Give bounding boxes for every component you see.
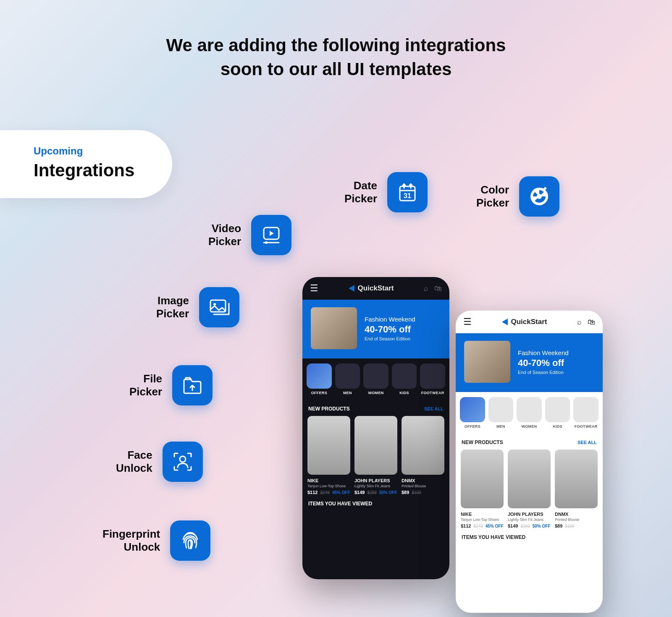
product-card[interactable]: NIKETanjun Low-Top Shoes$112$24945% OFF <box>307 416 350 495</box>
discount: 50% OFF <box>379 490 397 495</box>
product-card[interactable]: NIKETanjun Low-Top Shoes$112$24945% OFF <box>461 450 504 528</box>
category-image <box>392 363 417 389</box>
product-name: Tanjun Low-Top Shoes <box>461 518 504 522</box>
category-label: WOMEN <box>517 424 542 429</box>
svg-point-8 <box>180 456 186 462</box>
svg-text:31: 31 <box>404 192 411 199</box>
product-name: Printed Blouse <box>402 484 444 488</box>
price: $112 <box>461 523 471 528</box>
bag-icon[interactable]: 🛍 <box>588 318 595 327</box>
category-image <box>573 397 598 422</box>
category-item[interactable]: FOOTWEAR <box>573 397 598 429</box>
phone-top-bar: ☰ QuickStart ⌕🛍 <box>302 277 449 300</box>
file-picker-icon <box>172 365 213 405</box>
category-item[interactable]: FOOTWEAR <box>420 363 445 395</box>
phone-preview-dark: ☰ QuickStart ⌕🛍 Fashion Weekend 40-70% o… <box>302 277 449 579</box>
search-icon[interactable]: ⌕ <box>424 284 428 293</box>
category-item[interactable]: OFFERS <box>307 363 332 395</box>
hero-image <box>311 307 357 349</box>
feature-fingerprint-unlock: Fingerprint Unlock <box>102 520 210 561</box>
hero-banner[interactable]: Fashion Weekend 40-70% off End of Season… <box>302 300 449 358</box>
category-image <box>460 397 485 422</box>
category-item[interactable]: KIDS <box>392 363 417 395</box>
upcoming-label: Upcoming <box>34 145 134 157</box>
category-item[interactable]: KIDS <box>545 397 570 429</box>
category-image <box>363 363 388 389</box>
category-item[interactable]: WOMEN <box>517 397 542 429</box>
product-card[interactable]: JOHN PLAYERSLightly Slim Fit Jeans$149$2… <box>354 416 397 495</box>
product-brand: NIKE <box>307 478 350 483</box>
see-all-link[interactable]: SEE ALL <box>578 440 597 445</box>
feature-label: Date Picker <box>344 179 377 205</box>
section-title: ITEMS YOU HAVE VIEWED <box>462 534 525 540</box>
old-price: $299 <box>367 490 376 495</box>
search-icon[interactable]: ⌕ <box>577 318 582 327</box>
product-image <box>354 416 397 475</box>
old-price: $100 <box>412 490 421 495</box>
price: $89 <box>555 523 562 528</box>
date-picker-icon: 31 <box>387 172 428 212</box>
integrations-pill: Upcoming Integrations <box>0 130 172 198</box>
category-item[interactable]: OFFERS <box>460 397 485 429</box>
category-label: KIDS <box>545 424 570 429</box>
bag-icon[interactable]: 🛍 <box>434 284 442 293</box>
product-image <box>461 450 504 508</box>
page-headline: We are adding the following integrations… <box>0 0 672 81</box>
products-row: NIKETanjun Low-Top Shoes$112$24945% OFF … <box>302 416 449 495</box>
product-name: Lightly Slim Fit Jeans <box>354 484 397 488</box>
image-picker-icon <box>199 287 239 327</box>
product-brand: NIKE <box>461 512 504 517</box>
category-image <box>488 397 514 422</box>
product-card[interactable]: JOHN PLAYERSLightly Slim Fit Jeans$149$2… <box>508 450 551 528</box>
product-pricing: $89$100 <box>402 490 444 495</box>
brand-logo-icon <box>502 319 508 325</box>
category-label: KIDS <box>392 391 417 395</box>
hero-image <box>464 341 510 383</box>
product-brand: DNMX <box>402 478 444 483</box>
phone-preview-light: ☰ QuickStart ⌕🛍 Fashion Weekend 40-70% o… <box>456 311 603 613</box>
brand-name: QuickStart <box>511 318 547 326</box>
brand: QuickStart <box>502 318 547 326</box>
svg-point-7 <box>213 303 216 306</box>
hero-banner[interactable]: Fashion Weekend 40-70% off End of Season… <box>456 333 603 392</box>
hero-line-2: 40-70% off <box>518 358 569 369</box>
video-picker-icon <box>251 215 291 255</box>
feature-label: Image Picker <box>156 294 189 320</box>
feature-file-picker: File Picker <box>129 365 213 405</box>
product-image <box>555 450 598 508</box>
menu-icon[interactable]: ☰ <box>310 283 318 294</box>
product-brand: JOHN PLAYERS <box>508 512 551 517</box>
old-price: $100 <box>565 524 574 528</box>
hero-line-3: End of Season Edition <box>365 336 415 341</box>
price: $149 <box>508 523 518 528</box>
product-name: Tanjun Low-Top Shoes <box>307 484 350 488</box>
product-card[interactable]: DNMXPrinted Blouse$89$100 <box>402 416 444 495</box>
product-pricing: $149$29950% OFF <box>508 523 551 528</box>
category-image <box>545 397 570 422</box>
product-image <box>508 450 551 508</box>
section-title: NEW PRODUCTS <box>308 406 350 412</box>
product-brand: DNMX <box>555 512 598 517</box>
hero-line-3: End of Season Edition <box>518 370 569 375</box>
section-header: NEW PRODUCTSSEE ALL <box>456 434 603 450</box>
categories-row: OFFERS MEN WOMEN KIDS FOOTWEAR <box>302 358 449 400</box>
feature-label: Video Picker <box>208 222 241 248</box>
category-item[interactable]: MEN <box>335 363 360 395</box>
face-unlock-icon <box>163 442 203 482</box>
section-header: ITEMS YOU HAVE VIEWED <box>302 495 449 511</box>
category-label: FOOTWEAR <box>420 391 445 395</box>
products-row: NIKETanjun Low-Top Shoes$112$24945% OFF … <box>456 450 603 528</box>
category-item[interactable]: MEN <box>488 397 514 429</box>
category-item[interactable]: WOMEN <box>363 363 388 395</box>
product-pricing: $112$24945% OFF <box>461 523 504 528</box>
old-price: $299 <box>520 524 530 528</box>
product-card[interactable]: DNMXPrinted Blouse$89$100 <box>555 450 598 528</box>
hero-text: Fashion Weekend 40-70% off End of Season… <box>518 349 569 375</box>
product-image <box>402 416 444 475</box>
see-all-link[interactable]: SEE ALL <box>424 406 444 411</box>
feature-image-picker: Image Picker <box>156 287 239 327</box>
discount: 50% OFF <box>533 524 551 528</box>
product-name: Lightly Slim Fit Jeans <box>508 518 551 522</box>
menu-icon[interactable]: ☰ <box>463 316 472 327</box>
category-label: MEN <box>335 391 360 395</box>
